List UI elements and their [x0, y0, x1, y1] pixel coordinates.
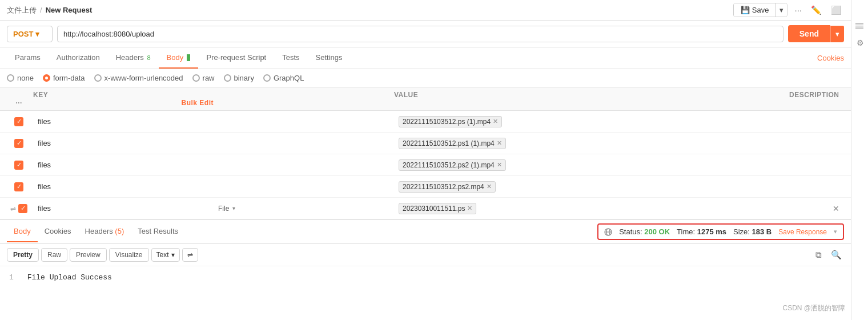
wrap-button[interactable]: ⇌ [182, 248, 198, 262]
request-tabs-bar: Params Authorization Headers 8 Body ● Pr… [0, 47, 851, 69]
radio-graphql [263, 74, 271, 82]
table-row: files 20221115103512.ps2 (1).mp4 ✕ [0, 154, 851, 176]
row2-value: 20221115103512.ps1 (1).mp4 ✕ [394, 138, 755, 149]
tab-tests[interactable]: Tests [274, 47, 307, 69]
view-pretty-button[interactable]: Pretty [7, 248, 39, 262]
send-button-group: Send ▾ [788, 25, 844, 42]
radio-form-data [43, 74, 50, 82]
row1-key[interactable]: files [33, 117, 214, 126]
table-header: KEY VALUE DESCRIPTION ··· Bulk Edit [0, 87, 851, 111]
tab-params[interactable]: Params [7, 47, 49, 69]
layout-icon-button[interactable]: ⬜ [829, 3, 844, 18]
send-dropdown-button[interactable]: ▾ [830, 26, 844, 42]
row3-checkbox[interactable] [14, 161, 23, 170]
tab-pre-request[interactable]: Pre-request Script [198, 47, 274, 69]
row3-key[interactable]: files [33, 161, 214, 169]
col-bulk-edit[interactable]: Bulk Edit [33, 99, 214, 107]
globe-icon [604, 228, 612, 236]
right-sidebar: ||| ⚙ [851, 0, 868, 320]
save-response-link[interactable]: Save Response [778, 228, 827, 236]
view-visualize-button[interactable]: Visualize [109, 248, 149, 262]
radio-binary [224, 74, 231, 82]
body-type-bar: none form-data x-www-form-urlencoded raw… [0, 69, 851, 87]
format-label: Text [156, 251, 169, 259]
method-selector[interactable]: POST ▾ [7, 26, 53, 42]
radio-none [7, 74, 14, 82]
row4-key[interactable]: files [33, 182, 214, 191]
response-line-1: File Upload Success [27, 273, 112, 282]
size-value: 183 B [752, 227, 772, 236]
save-response-dropdown[interactable]: ▾ [834, 228, 837, 235]
body-type-graphql[interactable]: GraphQL [263, 74, 304, 82]
tab-authorization[interactable]: Authorization [49, 47, 108, 69]
tab-settings[interactable]: Settings [308, 47, 351, 69]
row5-description[interactable]: ✕ [789, 204, 846, 213]
edit-icon-button[interactable]: ✏️ [809, 3, 824, 18]
title-bar: 文件上传 / New Request 💾 Save ▾ ··· ✏️ ⬜ [0, 0, 851, 21]
sidebar-icon-1[interactable]: ||| [855, 23, 865, 29]
row5-key[interactable]: files [33, 204, 214, 213]
tab-headers[interactable]: Headers 8 [108, 47, 159, 69]
row1-remove-icon[interactable]: ✕ [493, 118, 498, 125]
row2-checkbox[interactable] [14, 139, 23, 148]
body-type-binary[interactable]: binary [224, 74, 254, 82]
page-title: New Request [46, 6, 93, 14]
radio-raw [192, 74, 200, 82]
format-selector[interactable]: Text ▾ [151, 248, 180, 262]
more-options-button[interactable]: ··· [792, 3, 804, 17]
view-raw-button[interactable]: Raw [41, 248, 67, 262]
save-dropdown-button[interactable]: ▾ [775, 3, 787, 17]
search-response-button[interactable]: 🔍 [829, 247, 844, 262]
response-tab-headers[interactable]: Headers (5) [78, 221, 131, 242]
row4-remove-icon[interactable]: ✕ [487, 183, 492, 190]
row3-remove-icon[interactable]: ✕ [497, 161, 502, 169]
title-bar-actions: 💾 Save ▾ ··· ✏️ ⬜ [733, 3, 844, 18]
row2-remove-icon[interactable]: ✕ [497, 139, 502, 147]
response-tab-test-results[interactable]: Test Results [131, 221, 185, 242]
body-type-raw[interactable]: raw [192, 74, 215, 82]
body-type-urlencoded[interactable]: x-www-form-urlencoded [94, 74, 183, 82]
tab-body[interactable]: Body ● [159, 47, 199, 69]
response-tab-body[interactable]: Body [7, 221, 38, 242]
row5-value: 20230310011511.ps ✕ [394, 203, 755, 214]
method-dropdown-icon: ▾ [35, 30, 39, 38]
row3-value: 20221115103512.ps2 (1).mp4 ✕ [394, 159, 755, 171]
cookies-link[interactable]: Cookies [817, 48, 844, 68]
table-row: files 20221115103512.ps2.mp4 ✕ [0, 176, 851, 198]
save-button-group: 💾 Save ▾ [733, 3, 788, 17]
body-type-none[interactable]: none [7, 74, 34, 82]
response-status-area: Status: 200 OK Time: 1275 ms Size: 183 B… [590, 220, 851, 243]
body-type-form-data[interactable]: form-data [43, 74, 85, 82]
row5-checkbox[interactable] [18, 204, 27, 213]
copy-response-button[interactable]: ⧉ [813, 247, 824, 262]
watermark: CSDN @洒脱的智障 [782, 303, 845, 313]
row5-close-button[interactable]: ✕ [830, 204, 842, 213]
response-section: Body Cookies Headers (5) Test Results St… [0, 220, 851, 320]
status-value: 200 OK [644, 227, 670, 236]
time-value: 1275 ms [697, 227, 726, 236]
row2-key[interactable]: files [33, 139, 214, 147]
method-label: POST [13, 30, 33, 38]
time-label: Time: 1275 ms [677, 227, 726, 236]
row5-remove-icon[interactable]: ✕ [467, 205, 472, 212]
sidebar-icon-2[interactable]: ⚙ [855, 38, 865, 47]
row1-checkbox[interactable] [14, 117, 23, 126]
row5-drag-icon: ⇌ [10, 205, 16, 213]
row5-type-dropdown-icon[interactable]: ▾ [232, 205, 235, 211]
breadcrumb-separator: / [40, 6, 42, 14]
radio-urlencoded [94, 74, 102, 82]
url-input[interactable] [57, 26, 783, 42]
status-box: Status: 200 OK Time: 1275 ms Size: 183 B… [597, 223, 844, 240]
row4-checkbox[interactable] [14, 182, 23, 191]
table-row: files 20221115103512.ps (1).mp4 ✕ [0, 111, 851, 133]
col-more: ··· [5, 99, 33, 107]
response-tab-cookies[interactable]: Cookies [38, 221, 78, 242]
line-number-1: 1 [9, 273, 14, 282]
view-preview-button[interactable]: Preview [70, 248, 107, 262]
save-icon: 💾 [741, 6, 750, 14]
row5-file-chip: 20230310011511.ps ✕ [399, 203, 476, 214]
table-row: files 20221115103512.ps1 (1).mp4 ✕ [0, 133, 851, 154]
save-button[interactable]: 💾 Save [734, 3, 776, 17]
send-button[interactable]: Send [788, 25, 830, 42]
response-header: Body Cookies Headers (5) Test Results St… [0, 220, 851, 244]
